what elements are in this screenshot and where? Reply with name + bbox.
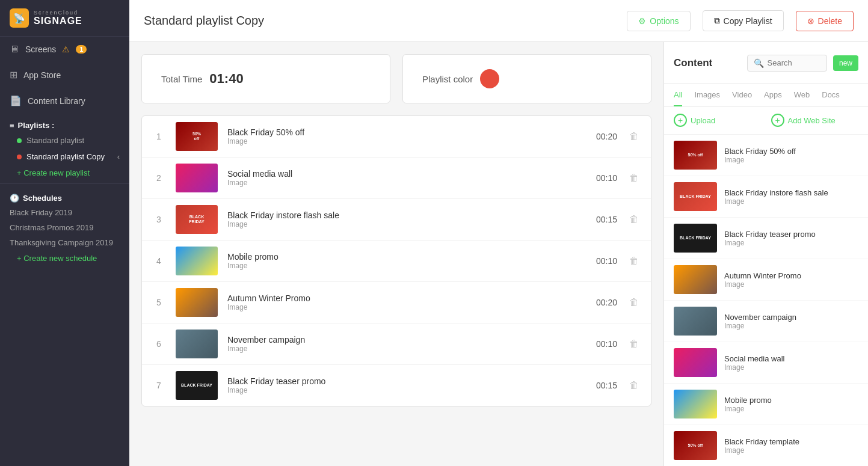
- tab-apps[interactable]: Apps: [764, 84, 782, 106]
- logo-text: ScreenCloud SIGNAGE: [34, 10, 82, 26]
- options-label: Options: [650, 16, 679, 26]
- sidebar-schedules-section: 🕐 Schedules: [0, 186, 129, 205]
- logo-screencloud: ScreenCloud: [34, 10, 82, 16]
- table-row: 1 50%off Black Friday 50% off Image 00:2…: [142, 116, 651, 158]
- thumb-label: 50% off: [687, 442, 704, 449]
- create-schedule-link[interactable]: + Create new schedule: [0, 250, 129, 266]
- list-item[interactable]: BLACK FRIDAY Black Friday teaser promo I…: [664, 218, 868, 259]
- row-delete-button[interactable]: 🗑: [627, 256, 641, 266]
- content-type: Image: [724, 239, 858, 247]
- logo-icon: 📡: [10, 8, 29, 28]
- sidebar-item-app-store[interactable]: ⊞ App Store: [0, 62, 129, 88]
- row-delete-button[interactable]: 🗑: [627, 297, 641, 308]
- tab-images[interactable]: Images: [694, 84, 720, 106]
- tab-web[interactable]: Web: [794, 84, 810, 106]
- tab-all[interactable]: All: [674, 84, 682, 106]
- screens-badge: 1: [76, 45, 87, 54]
- playlist-color-circle[interactable]: [480, 69, 499, 88]
- content-title: Black Friday template: [724, 437, 858, 446]
- row-number: 7: [152, 381, 166, 390]
- delete-button[interactable]: ⊗ Delete: [796, 11, 854, 31]
- main-header: Standard playlist Copy ⚙ Options ⧉ Copy …: [129, 0, 868, 42]
- sidebar-schedule-thanksgiving[interactable]: Thanksgiving Campaign 2019: [0, 235, 129, 250]
- row-time: 00:20: [587, 298, 617, 307]
- row-title: Social media wall: [227, 169, 577, 179]
- main-area: Standard playlist Copy ⚙ Options ⧉ Copy …: [129, 0, 868, 466]
- content-title: Autumn Winter Promo: [724, 271, 858, 280]
- standard-playlist-label: Standard playlist: [26, 136, 84, 145]
- thumb-label: BLACK FRIDAY: [679, 193, 712, 200]
- row-type: Image: [227, 262, 577, 270]
- row-info: Black Friday 50% off Image: [227, 127, 577, 146]
- upload-button[interactable]: + Upload: [674, 114, 762, 127]
- row-delete-button[interactable]: 🗑: [627, 214, 641, 225]
- search-input[interactable]: [768, 58, 821, 67]
- tab-docs[interactable]: Docs: [822, 84, 840, 106]
- content-thumbnail: [674, 390, 717, 418]
- list-item[interactable]: November campaign Image: [664, 301, 868, 342]
- row-delete-button[interactable]: 🗑: [627, 339, 641, 349]
- row-delete-button[interactable]: 🗑: [627, 173, 641, 183]
- sidebar-schedule-christmas[interactable]: Christmas Promos 2019: [0, 220, 129, 235]
- sidebar-item-screens[interactable]: 🖥 Screens ⚠ 1: [0, 37, 129, 62]
- list-item[interactable]: BLACK FRIDAY Black Friday instore flash …: [664, 176, 868, 218]
- create-playlist-link[interactable]: + Create new playlist: [0, 165, 129, 181]
- row-number: 6: [152, 339, 166, 349]
- new-button[interactable]: new: [833, 55, 858, 71]
- content-info: Black Friday template Image: [724, 437, 858, 455]
- dot-red-icon: [17, 155, 22, 159]
- list-item[interactable]: Social media wall Image: [664, 342, 868, 384]
- sidebar-item-content-library[interactable]: 📄 Content Library: [0, 88, 129, 114]
- row-info: Social media wall Image: [227, 169, 577, 187]
- sidebar-app-store-label: App Store: [23, 70, 61, 80]
- row-thumbnail: BLACK FRIDAY: [176, 371, 218, 400]
- content-title: Black Friday instore flash sale: [724, 188, 858, 197]
- add-web-label: Add Web Site: [788, 116, 836, 125]
- sidebar-schedule-black-friday[interactable]: Black Friday 2019: [0, 205, 129, 220]
- sidebar-item-standard-playlist-copy[interactable]: Standard playlist Copy ‹: [0, 149, 129, 165]
- row-info: Black Friday teaser promo Image: [227, 376, 577, 394]
- sidebar-item-standard-playlist[interactable]: Standard playlist: [0, 132, 129, 149]
- row-number: 3: [152, 215, 166, 224]
- playlists-icon: ≡: [10, 121, 14, 130]
- content-type: Image: [724, 322, 858, 330]
- dot-green-icon: [17, 138, 22, 143]
- tab-video[interactable]: Video: [732, 84, 752, 106]
- options-icon: ⚙: [638, 16, 646, 26]
- content-type: Image: [724, 363, 858, 372]
- row-title: Black Friday teaser promo: [227, 376, 577, 386]
- row-delete-button[interactable]: 🗑: [627, 380, 641, 391]
- row-info: Black Friday instore flash sale Image: [227, 210, 577, 228]
- row-number: 4: [152, 256, 166, 266]
- info-cards: Total Time 01:40 Playlist color: [141, 54, 651, 103]
- logo-area: 📡 ScreenCloud SIGNAGE: [0, 0, 129, 37]
- options-button[interactable]: ⚙ Options: [627, 11, 690, 31]
- table-row: 7 BLACK FRIDAY Black Friday teaser promo…: [142, 365, 651, 406]
- row-type: Image: [227, 220, 577, 228]
- row-thumbnail: [176, 330, 218, 358]
- upload-plus-icon: +: [674, 114, 687, 127]
- list-item[interactable]: Autumn Winter Promo Image: [664, 259, 868, 301]
- search-box[interactable]: 🔍: [747, 55, 828, 72]
- content-title: Black Friday teaser promo: [724, 230, 858, 239]
- content-list: 50% off Black Friday 50% off Image BLACK…: [664, 135, 868, 466]
- row-info: November campaign Image: [227, 335, 577, 353]
- table-row: 2 Social media wall Image 00:10 🗑: [142, 158, 651, 199]
- sidebar-playlists-section[interactable]: ≡ Playlists :: [0, 114, 129, 132]
- list-item[interactable]: 50% off Black Friday 50% off Image: [664, 135, 868, 176]
- row-delete-button[interactable]: 🗑: [627, 131, 641, 142]
- black-friday-label: Black Friday 2019: [10, 208, 72, 217]
- search-icon: 🔍: [754, 58, 764, 68]
- list-item[interactable]: Mobile promo Image: [664, 384, 868, 425]
- row-time: 00:10: [587, 173, 617, 183]
- row-title: Black Friday 50% off: [227, 127, 577, 137]
- content-type: Image: [724, 197, 858, 206]
- body-area: Total Time 01:40 Playlist color 1 50%off: [129, 42, 868, 466]
- content-tabs: All Images Video Apps Web Docs: [664, 84, 868, 106]
- row-thumbnail: [176, 247, 218, 275]
- list-item[interactable]: 50% off Black Friday template Image: [664, 425, 868, 466]
- add-web-button[interactable]: + Add Web Site: [771, 114, 859, 127]
- copy-playlist-button[interactable]: ⧉ Copy Playlist: [703, 10, 784, 31]
- row-title: Mobile promo: [227, 252, 577, 262]
- row-number: 1: [152, 132, 166, 141]
